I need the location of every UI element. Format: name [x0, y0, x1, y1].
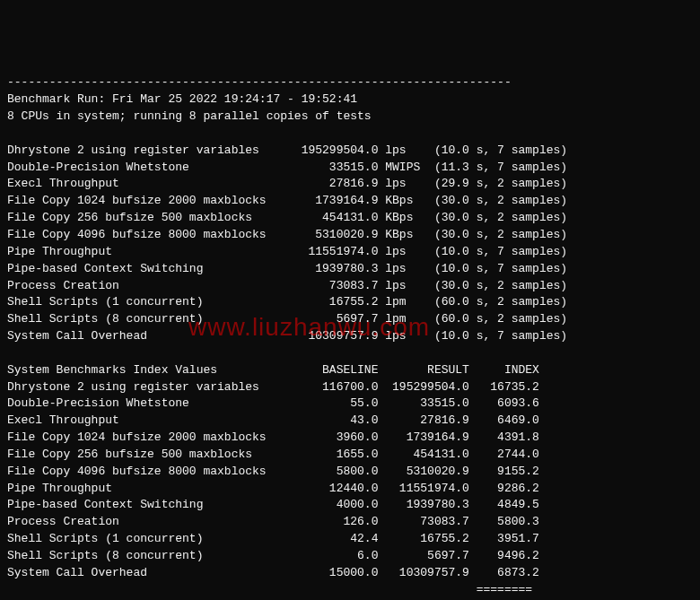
index-row: Dhrystone 2 using register variables 116… — [7, 379, 693, 396]
result-row: Process Creation 73083.7 lps (30.0 s, 2 … — [7, 278, 693, 295]
index-header-row: System Benchmarks Index Values BASELINE … — [7, 362, 693, 379]
result-row: Shell Scripts (1 concurrent) 16755.2 lpm… — [7, 294, 693, 311]
result-row: Dhrystone 2 using register variables 195… — [7, 143, 693, 160]
index-row: Execl Throughput 43.0 27816.9 6469.0 — [7, 413, 693, 430]
index-row: Shell Scripts (1 concurrent) 42.4 16755.… — [7, 531, 693, 548]
result-row: File Copy 4096 bufsize 8000 maxblocks 53… — [7, 227, 693, 244]
divider-top: ----------------------------------------… — [7, 74, 693, 91]
result-row: Pipe-based Context Switching 1939780.3 l… — [7, 261, 693, 278]
result-row: System Call Overhead 10309757.9 lps (10.… — [7, 328, 693, 345]
index-row: File Copy 256 bufsize 500 maxblocks 1655… — [7, 447, 693, 464]
benchmark-run-line: Benchmark Run: Fri Mar 25 2022 19:24:17 … — [7, 91, 693, 109]
result-row: File Copy 256 bufsize 500 maxblocks 4541… — [7, 210, 693, 227]
cpu-info-line: 8 CPUs in system; running 8 parallel cop… — [7, 109, 693, 126]
score-divider: ======== — [7, 582, 693, 599]
result-row: Execl Throughput 27816.9 lps (29.9 s, 2 … — [7, 176, 693, 193]
index-row: Process Creation 126.0 73083.7 5800.3 — [7, 514, 693, 531]
index-row: Double-Precision Whetstone 55.0 33515.0 … — [7, 396, 693, 413]
index-block: System Benchmarks Index Values BASELINE … — [7, 362, 693, 582]
index-row: System Call Overhead 15000.0 10309757.9 … — [7, 565, 693, 582]
result-row: Double-Precision Whetstone 33515.0 MWIPS… — [7, 160, 693, 177]
blank-line — [7, 126, 693, 143]
result-row: File Copy 1024 bufsize 2000 maxblocks 17… — [7, 193, 693, 210]
blank-line — [7, 345, 693, 362]
index-row: File Copy 4096 bufsize 8000 maxblocks 58… — [7, 464, 693, 481]
index-row: File Copy 1024 bufsize 2000 maxblocks 39… — [7, 430, 693, 447]
index-row: Shell Scripts (8 concurrent) 6.0 5697.7 … — [7, 548, 693, 565]
index-row: Pipe Throughput 12440.0 11551974.0 9286.… — [7, 481, 693, 498]
index-row: Pipe-based Context Switching 4000.0 1939… — [7, 497, 693, 514]
results-block: Dhrystone 2 using register variables 195… — [7, 143, 693, 345]
result-row: Shell Scripts (8 concurrent) 5697.7 lpm … — [7, 311, 693, 328]
result-row: Pipe Throughput 11551974.0 lps (10.0 s, … — [7, 244, 693, 261]
